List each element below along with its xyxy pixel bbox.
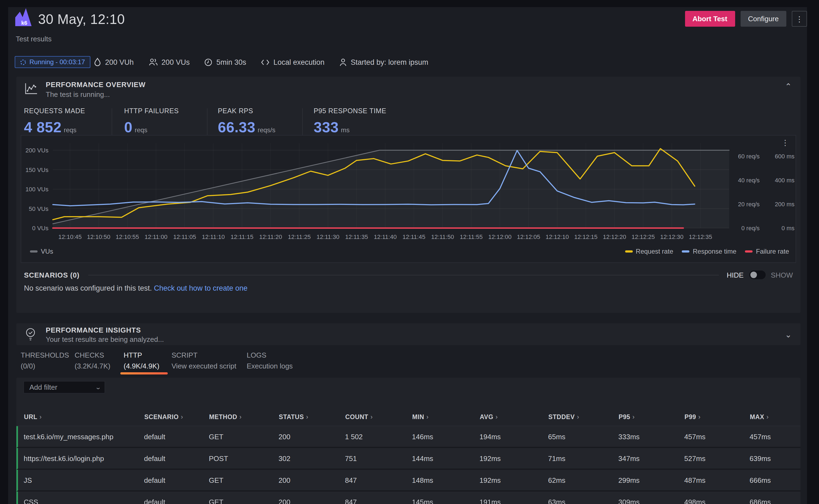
table-cell: GET xyxy=(209,476,223,484)
tab-label: THRESHOLDS xyxy=(21,351,69,359)
svg-text:12:11:50: 12:11:50 xyxy=(431,233,454,240)
metric-value: 4 852 xyxy=(24,119,62,136)
metric-unit: reqs xyxy=(135,126,148,134)
performance-overview-card: PERFORMANCE OVERVIEW The test is running… xyxy=(16,77,800,313)
legend-item[interactable]: Request rate xyxy=(625,248,673,255)
svg-text:12:11:25: 12:11:25 xyxy=(288,233,311,240)
table-cell: 192ms xyxy=(480,454,501,463)
status-item-label: 200 VUh xyxy=(105,58,134,66)
chevron-down-icon[interactable]: ⌄ xyxy=(785,330,792,340)
tab-http[interactable]: HTTP (4.9K/4.9K) xyxy=(124,351,159,370)
status-item-label: Local execution xyxy=(273,58,324,66)
chart-kebab-icon[interactable]: ⋮ xyxy=(778,138,792,147)
svg-text:12:10:45: 12:10:45 xyxy=(58,233,82,240)
legend-item[interactable]: Response time xyxy=(682,248,737,255)
svg-text:20 req/s: 20 req/s xyxy=(738,201,760,208)
scenarios-title: SCENARIOS (0) xyxy=(24,271,79,279)
table-cell: 847 xyxy=(345,498,357,504)
status-item-vuh: 200 VUh xyxy=(94,58,134,66)
table-cell: 145ms xyxy=(412,498,433,504)
column-header-url[interactable]: URL› xyxy=(24,414,42,420)
column-header-status[interactable]: STATUS› xyxy=(279,414,308,420)
column-header-p95[interactable]: P95› xyxy=(619,414,635,420)
table-cell: 299ms xyxy=(618,476,640,484)
table-cell: 751 xyxy=(345,454,357,463)
legend-swatch xyxy=(682,251,690,253)
chart-legend-left: VUs xyxy=(30,248,53,255)
table-cell: 194ms xyxy=(480,433,501,441)
tab-checks[interactable]: CHECKS (3.2K/4.7K) xyxy=(75,351,110,370)
svg-text:12:11:10: 12:11:10 xyxy=(202,233,225,240)
tab-logs[interactable]: LOGS Execution logs xyxy=(247,351,293,370)
table-cell: 200 xyxy=(278,498,290,504)
sort-caret-icon: › xyxy=(577,414,579,420)
column-header-min[interactable]: MIN› xyxy=(412,414,429,420)
legend-item[interactable]: VUs xyxy=(30,248,53,255)
column-header-count[interactable]: COUNT› xyxy=(345,414,373,420)
legend-label: VUs xyxy=(41,248,53,255)
svg-text:0 req/s: 0 req/s xyxy=(741,225,760,232)
kebab-menu-button[interactable]: ⋮ xyxy=(792,11,807,27)
svg-text:60 req/s: 60 req/s xyxy=(738,153,760,160)
chevron-up-icon[interactable]: ⌃ xyxy=(785,82,792,91)
column-header-stddev[interactable]: STDDEV› xyxy=(548,414,579,420)
sort-caret-icon: › xyxy=(427,414,429,420)
table-row[interactable]: CSSdefaultGET200847145ms191ms63ms309ms49… xyxy=(16,491,800,504)
divider xyxy=(112,108,112,137)
active-tab-underline xyxy=(120,372,168,374)
metric-label: PEAK RPS xyxy=(218,107,275,115)
status-item-duration: 5min 30s xyxy=(204,58,246,66)
metric-value: 333 xyxy=(314,119,339,136)
svg-text:12:11:35: 12:11:35 xyxy=(345,233,368,240)
scenarios-header-row: SCENARIOS (0) HIDE SHOW xyxy=(24,270,793,280)
tab-label: SCRIPT xyxy=(171,351,236,359)
sort-caret-icon: › xyxy=(39,414,42,420)
column-header-scenario[interactable]: SCENARIO› xyxy=(144,414,183,420)
table-row[interactable]: https://test.k6.io/login.phpdefaultPOST3… xyxy=(16,448,800,470)
status-bar: 200 VUh 200 VUs 5min 30s Local execution xyxy=(94,56,428,68)
metric-label: REQUESTS MADE xyxy=(24,107,85,115)
table-cell: default xyxy=(144,476,165,484)
table-cell: POST xyxy=(209,454,228,463)
svg-text:12:10:50: 12:10:50 xyxy=(87,233,110,240)
users-icon xyxy=(148,58,158,66)
table-row[interactable]: JSdefaultGET200847148ms192ms62ms299ms487… xyxy=(16,470,800,491)
chart-icon xyxy=(24,82,38,95)
table-cell: GET xyxy=(209,433,223,441)
tab-sublabel: (0/0) xyxy=(21,362,69,370)
table-cell: 487ms xyxy=(684,476,706,484)
create-scenario-link[interactable]: Check out how to create one xyxy=(154,284,247,292)
scenarios-toggle[interactable] xyxy=(749,271,765,279)
metric-http-failures: HTTP FAILURES 0reqs xyxy=(124,107,179,136)
scenarios-message: No scenario was configured in this test.… xyxy=(24,284,247,292)
tab-label: LOGS xyxy=(247,351,293,359)
svg-text:12:12:30: 12:12:30 xyxy=(660,233,684,240)
abort-test-button[interactable]: Abort Test xyxy=(685,11,735,27)
legend-item[interactable]: Failure rate xyxy=(745,248,789,255)
table-row[interactable]: test.k6.io/my_messages.phpdefaultGET2001… xyxy=(16,426,800,448)
column-header-avg[interactable]: AVG› xyxy=(480,414,498,420)
table-cell: 847 xyxy=(345,476,357,484)
column-header-max[interactable]: MAX› xyxy=(750,414,769,420)
running-status-badge: Running - 00:03:17 xyxy=(15,56,90,68)
table-cell: JS xyxy=(24,476,32,484)
tab-script[interactable]: SCRIPT View executed script xyxy=(171,351,236,370)
legend-swatch xyxy=(625,251,633,253)
svg-text:12:10:55: 12:10:55 xyxy=(116,233,139,240)
add-filter-dropdown[interactable]: Add filter ⌄ xyxy=(23,381,105,394)
svg-text:400 ms: 400 ms xyxy=(775,177,795,184)
table-cell: 666ms xyxy=(750,476,771,484)
legend-label: Response time xyxy=(693,248,737,255)
running-status-text: Running - 00:03:17 xyxy=(29,58,85,66)
table-cell: 309ms xyxy=(618,498,640,504)
status-item-vus: 200 VUs xyxy=(148,58,190,66)
svg-text:12:12:15: 12:12:15 xyxy=(574,233,598,240)
tab-thresholds[interactable]: THRESHOLDS (0/0) xyxy=(21,351,69,370)
column-header-p99[interactable]: P99› xyxy=(685,414,701,420)
toggle-knob xyxy=(750,272,757,278)
table-cell: 146ms xyxy=(412,433,433,441)
configure-button[interactable]: Configure xyxy=(740,11,786,27)
sort-caret-icon: › xyxy=(633,414,635,420)
metric-unit: reqs xyxy=(64,126,76,134)
column-header-method[interactable]: METHOD› xyxy=(209,414,242,420)
